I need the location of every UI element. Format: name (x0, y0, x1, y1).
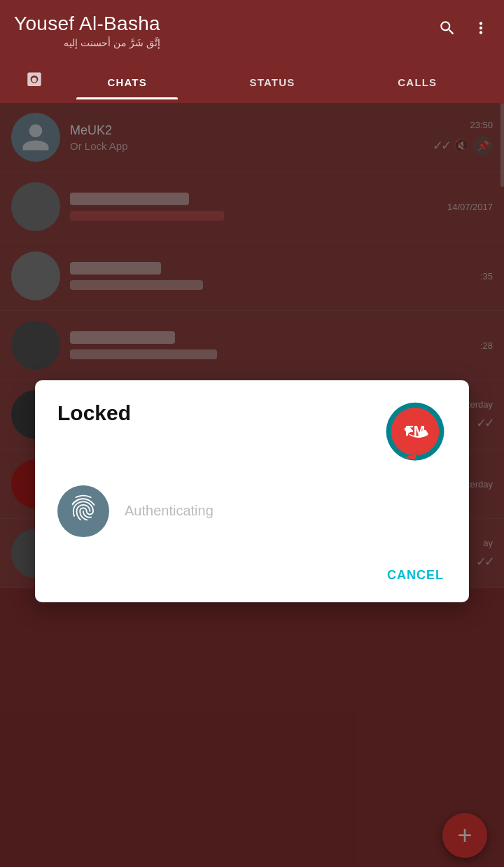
header-icons (438, 19, 490, 42)
app-header: Yousef Al-Basha إتَّق شَرَّ من أحسنت إلي… (0, 0, 504, 103)
app-subtitle: إتَّق شَرَّ من أحسنت إليه (14, 37, 160, 48)
tab-chats[interactable]: CHATS (55, 65, 200, 99)
header-top: Yousef Al-Basha إتَّق شَرَّ من أحسنت إلي… (14, 13, 490, 55)
content-area: MeUK2 Or Lock App 23:50 ✓✓ 🔇 📌 14/07/201… (0, 103, 504, 867)
title-area: Yousef Al-Basha إتَّق شَرَّ من أحسنت إلي… (14, 13, 160, 48)
modal-footer: CANCEL (57, 562, 447, 588)
tabs-bar: CHATS STATUS CALLS (14, 61, 490, 103)
modal-body: Authenticating (57, 485, 447, 537)
fingerprint-icon (68, 492, 99, 529)
camera-icon[interactable] (14, 61, 55, 103)
fm-logo: FM (384, 401, 447, 464)
svg-text:FM: FM (405, 422, 426, 438)
authenticating-text: Authenticating (125, 503, 214, 519)
more-options-icon[interactable] (472, 19, 490, 42)
app-title: Yousef Al-Basha (14, 13, 160, 35)
modal-overlay: Locked FM (0, 103, 504, 867)
search-icon[interactable] (438, 19, 456, 42)
tab-status[interactable]: STATUS (200, 65, 344, 99)
locked-modal: Locked FM (35, 380, 469, 602)
modal-header: Locked FM (57, 401, 447, 464)
fingerprint-circle (57, 485, 109, 537)
cancel-button[interactable]: CANCEL (384, 562, 447, 588)
tab-calls[interactable]: CALLS (345, 65, 490, 99)
modal-title: Locked (57, 401, 131, 425)
